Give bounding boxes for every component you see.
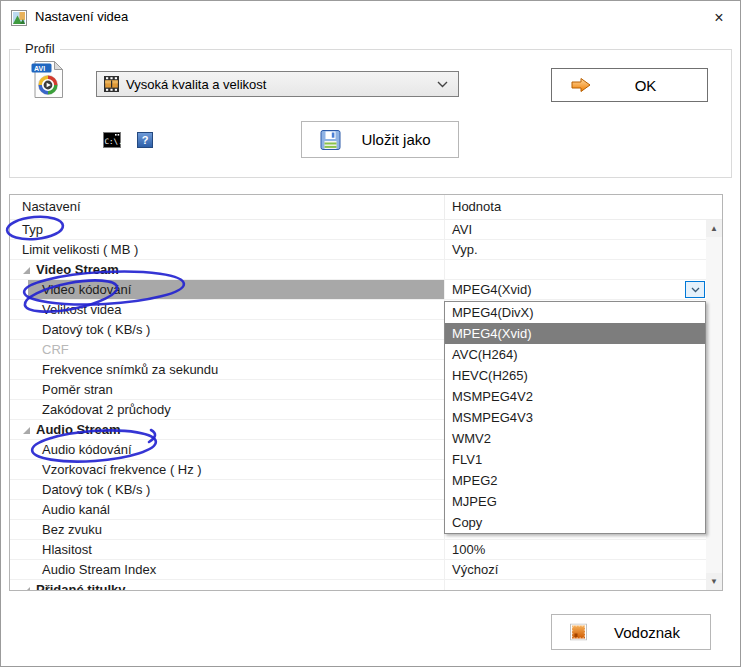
- codec-option[interactable]: Copy: [445, 512, 705, 533]
- codec-option[interactable]: HEVC(H265): [445, 365, 705, 386]
- orange-arrow-icon: [570, 77, 592, 93]
- grid-row[interactable]: Video Stream: [10, 260, 722, 280]
- setting-label: Frekvence snímků za sekundu: [42, 362, 218, 377]
- setting-label: Zakódovat 2 průchody: [42, 402, 171, 417]
- expanded-triangle-icon[interactable]: [23, 427, 30, 434]
- column-header-settings: Nastavení: [10, 195, 445, 219]
- grid-row[interactable]: Video kódováníMPEG4(Xvid): [10, 280, 722, 300]
- floppy-save-icon: [320, 129, 341, 150]
- codec-option[interactable]: MPEG4(Xvid): [445, 323, 705, 344]
- setting-label: Audio kanál: [42, 502, 110, 517]
- page-title: Nastavení videa: [35, 1, 128, 35]
- avi-format-icon: AVI: [31, 60, 64, 99]
- codec-option[interactable]: MJPEG: [445, 491, 705, 512]
- watermark-stamp-icon: [570, 624, 587, 641]
- value-combo-button[interactable]: [685, 281, 705, 298]
- grid-row[interactable]: Hlasitost100%: [10, 540, 722, 560]
- expanded-triangle-icon[interactable]: [23, 267, 30, 274]
- setting-label: Datový tok ( KB/s ): [42, 322, 150, 337]
- watermark-button-label: Vodoznak: [592, 615, 702, 649]
- setting-value: AVI: [452, 222, 472, 237]
- setting-label: Audio Stream Index: [42, 562, 156, 577]
- cmd-icon-text: C:\.: [105, 137, 121, 146]
- profile-preset-combobox[interactable]: Vysoká kvalita a velikost: [96, 71, 459, 97]
- setting-value: Výchozí: [452, 562, 498, 577]
- help-icon[interactable]: ?: [137, 132, 153, 148]
- app-picture-icon: [11, 10, 27, 26]
- title-bar: Nastavení videa ×: [1, 1, 740, 35]
- setting-label: Audio kódování: [42, 442, 132, 457]
- grid-row[interactable]: Limit velikosti ( MB )Vyp.: [10, 240, 722, 260]
- film-strip-icon: [104, 76, 119, 92]
- expanded-triangle-icon[interactable]: [23, 587, 30, 591]
- codec-option[interactable]: MSMPEG4V2: [445, 386, 705, 407]
- codec-option[interactable]: AVC(H264): [445, 344, 705, 365]
- video-settings-dialog: Nastavení videa × Profil AVI Vysoká kval…: [0, 0, 741, 667]
- save-as-button-label: Uložit jako: [342, 122, 450, 157]
- setting-label: Poměr stran: [42, 382, 113, 397]
- codec-option[interactable]: MPEG2: [445, 470, 705, 491]
- setting-label: Velikost videa: [42, 302, 122, 317]
- setting-label: Přidané titulky: [36, 582, 126, 591]
- setting-label: Bez zvuku: [42, 522, 102, 537]
- save-as-button[interactable]: Uložit jako: [301, 121, 459, 158]
- ok-button[interactable]: OK: [551, 68, 708, 102]
- chevron-down-icon: [691, 287, 700, 293]
- setting-label: Typ: [22, 222, 43, 237]
- codec-dropdown-list: MPEG4(DivX)MPEG4(Xvid)AVC(H264)HEVC(H265…: [444, 301, 706, 534]
- codec-option[interactable]: WMV2: [445, 428, 705, 449]
- setting-label: Audio Stream: [36, 422, 121, 437]
- chevron-down-icon: [437, 81, 448, 88]
- setting-label: Datový tok ( KB/s ): [42, 482, 150, 497]
- setting-label: Video Stream: [36, 262, 119, 277]
- setting-label: Hlasitost: [42, 542, 92, 557]
- ok-button-label: OK: [592, 69, 699, 101]
- grid-row[interactable]: TypAVI: [10, 220, 722, 240]
- grid-header: Nastavení Hodnota: [10, 195, 722, 220]
- codec-option[interactable]: MPEG4(DivX): [445, 302, 705, 323]
- avi-badge-label: AVI: [34, 65, 45, 72]
- preset-combo-value: Vysoká kvalita a velikost: [126, 77, 437, 92]
- command-line-icon[interactable]: C:\.: [103, 132, 121, 148]
- profile-group-label: Profil: [20, 41, 60, 56]
- setting-label: CRF: [42, 342, 69, 357]
- scrollbar-down-icon[interactable]: ▼: [706, 573, 722, 590]
- grid-row[interactable]: Audio Stream IndexVýchozí: [10, 560, 722, 580]
- scrollbar-up-icon[interactable]: ▲: [706, 220, 722, 237]
- column-header-value: Hodnota: [445, 195, 722, 219]
- setting-value: Vyp.: [452, 242, 478, 257]
- setting-value: MPEG4(Xvid): [452, 282, 531, 297]
- codec-option[interactable]: FLV1: [445, 449, 705, 470]
- vertical-scrollbar[interactable]: ▲ ▼: [706, 220, 722, 590]
- setting-label: Limit velikosti ( MB ): [22, 242, 138, 257]
- setting-value: 100%: [452, 542, 485, 557]
- grid-row[interactable]: Přidané titulky: [10, 580, 722, 591]
- codec-option[interactable]: MSMPEG4V3: [445, 407, 705, 428]
- setting-label: Vzorkovací frekvence ( Hz ): [42, 462, 202, 477]
- close-icon[interactable]: ×: [706, 7, 732, 29]
- setting-label: Video kódování: [42, 282, 131, 297]
- watermark-button[interactable]: Vodoznak: [551, 614, 711, 650]
